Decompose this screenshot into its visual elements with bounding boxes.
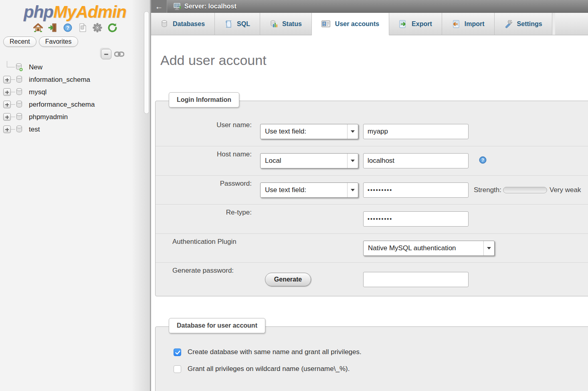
password-strength: Strength: Very weak <box>474 186 581 194</box>
tab-sliver <box>552 13 555 35</box>
tree-item-label[interactable]: performance_schema <box>29 101 95 109</box>
tree-item-label[interactable]: information_schema <box>29 76 90 84</box>
tree-controls <box>101 49 124 59</box>
phpmyadmin-app: phpMyAdmin ? Recent Favorites <box>0 0 588 391</box>
create-database-checkbox[interactable] <box>174 348 181 356</box>
chevron-down-icon <box>347 124 358 139</box>
tree-connector <box>11 104 15 105</box>
tree-item-label[interactable]: New <box>29 63 42 71</box>
password-row: Password: Use text field: Strength: Very… <box>156 176 588 205</box>
generate-password-row: Generate password: Generate <box>156 263 588 296</box>
tab-label: SQL <box>237 20 250 28</box>
navigation-sidebar: phpMyAdmin ? Recent Favorites <box>0 0 150 391</box>
page-title: Add user account <box>160 52 588 68</box>
tree-connector <box>11 117 15 117</box>
tree-connector <box>7 61 15 67</box>
generated-password-input[interactable] <box>363 272 469 287</box>
grant-wildcard-checkbox[interactable] <box>174 365 181 373</box>
import-icon <box>452 20 460 28</box>
tab-sql[interactable]: SQL <box>215 13 260 35</box>
home-icon[interactable] <box>33 22 43 33</box>
grant-wildcard-option: Grant all privileges on wildcard name (u… <box>156 361 588 377</box>
exit-door-icon[interactable] <box>48 22 58 33</box>
link-with-main-icon[interactable] <box>114 51 124 57</box>
tab-import[interactable]: Import <box>442 13 495 35</box>
favorites-button[interactable]: Favorites <box>39 36 78 47</box>
password-label: Password: <box>172 180 252 188</box>
auth-plugin-row: Authentication Plugin Native MySQL authe… <box>156 234 588 263</box>
recent-button[interactable]: Recent <box>3 36 36 47</box>
database-for-user-legend: Database for user account <box>169 318 265 333</box>
server-label: Server: localhost <box>184 3 236 10</box>
tab-settings[interactable]: Settings <box>495 13 552 35</box>
database-icon <box>15 100 23 111</box>
database-icon <box>15 88 23 99</box>
hostname-label: Host name: <box>172 150 252 158</box>
tree-item-label[interactable]: phpmyadmin <box>29 113 68 121</box>
checkbox-label: Create database with same name and grant… <box>188 348 362 356</box>
generate-password-label: Generate password: <box>172 267 234 275</box>
auth-plugin-select[interactable]: Native MySQL authentication <box>363 241 495 256</box>
hostname-help-icon[interactable]: ? <box>479 156 487 166</box>
tab-status[interactable]: Status <box>260 13 312 35</box>
tree-item-database: information_schema <box>0 73 150 86</box>
login-information-legend: Login Information <box>169 92 239 107</box>
query-window-icon[interactable] <box>77 22 88 33</box>
tab-label: Export <box>412 20 432 28</box>
logo-php-text: php <box>24 2 53 21</box>
expand-plus-icon[interactable] <box>3 113 11 121</box>
database-for-user-fieldset: Database for user account Create databas… <box>155 326 588 391</box>
tab-databases[interactable]: Databases <box>151 13 215 35</box>
svg-text:?: ? <box>66 25 69 31</box>
tree-item-label[interactable]: test <box>29 126 40 134</box>
database-icon <box>15 75 23 86</box>
hostname-type-select[interactable]: Local <box>260 153 358 168</box>
checkbox-label: Grant all privileges on wildcard name (u… <box>188 365 350 373</box>
expand-plus-icon[interactable] <box>3 126 11 133</box>
tree-connector <box>11 129 15 130</box>
tab-user-accounts[interactable]: User accounts <box>312 13 389 35</box>
username-row: User name: Use text field: <box>156 117 588 146</box>
retype-password-input[interactable] <box>363 211 469 227</box>
select-value: Use text field: <box>261 186 347 194</box>
expand-plus-icon[interactable] <box>3 88 11 96</box>
hostname-input[interactable] <box>363 153 469 168</box>
tree-item-label[interactable]: mysql <box>29 88 46 96</box>
sidebar-scrollbar-thumb[interactable] <box>144 11 149 114</box>
settings-gear-icon[interactable] <box>92 22 103 33</box>
select-value: Use text field: <box>261 128 347 136</box>
sql-icon <box>224 20 232 28</box>
generate-button[interactable]: Generate <box>265 273 311 286</box>
logo-myadmin-text: MyAdmin <box>53 2 126 21</box>
back-arrow-button[interactable]: ← <box>151 0 167 13</box>
username-type-select[interactable]: Use text field: <box>260 124 358 139</box>
username-input[interactable] <box>363 124 469 139</box>
export-icon <box>399 20 407 28</box>
password-input[interactable] <box>363 182 469 198</box>
create-database-option: Create database with same name and grant… <box>156 344 588 361</box>
database-icon <box>15 113 23 124</box>
help-icon[interactable]: ? <box>63 22 73 33</box>
tab-label: Settings <box>517 20 542 28</box>
tab-export[interactable]: Export <box>389 13 442 35</box>
refresh-icon[interactable] <box>107 22 117 33</box>
quick-access-buttons: Recent Favorites <box>3 36 78 47</box>
server-icon <box>172 2 182 11</box>
hostname-row: Host name: Local ? <box>156 146 588 176</box>
collapse-all-button[interactable] <box>101 49 111 59</box>
tab-label: Import <box>465 20 485 28</box>
main-tabbar: Databases SQL Status User accounts <box>151 13 588 35</box>
tab-label: Databases <box>173 20 205 28</box>
databases-icon <box>161 20 168 28</box>
select-value: Local <box>261 157 347 165</box>
tree-connector <box>11 79 15 80</box>
retype-row: Re-type: <box>156 205 588 234</box>
retype-label: Re-type: <box>172 209 252 217</box>
expand-plus-icon[interactable] <box>3 76 11 83</box>
chevron-down-icon <box>347 183 358 197</box>
phpmyadmin-logo[interactable]: phpMyAdmin <box>0 2 150 22</box>
tabbar-filler <box>555 13 588 35</box>
expand-plus-icon[interactable] <box>3 101 11 108</box>
password-type-select[interactable]: Use text field: <box>260 182 358 198</box>
tree-item-database: mysql <box>0 86 150 98</box>
